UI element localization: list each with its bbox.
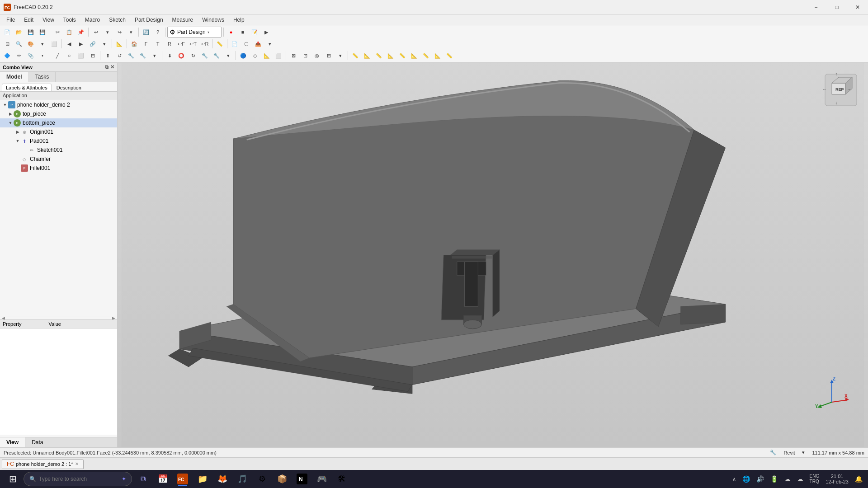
stop-btn[interactable]: ■ xyxy=(237,27,248,38)
home-view[interactable]: 🏠 xyxy=(129,38,140,49)
pd-pad[interactable]: ⬆ xyxy=(102,50,113,61)
pd-thick[interactable]: ⬜ xyxy=(273,50,284,61)
menu-measure[interactable]: Measure xyxy=(168,16,198,24)
origin001-expand[interactable]: ▶ xyxy=(14,129,21,135)
float-button[interactable]: ⧉ xyxy=(105,64,108,70)
record-btn[interactable]: ● xyxy=(226,27,236,38)
pd-meas3[interactable]: 📏 xyxy=(373,50,384,61)
menu-file[interactable]: File xyxy=(2,16,19,24)
tab-view[interactable]: View xyxy=(0,437,25,447)
right-view[interactable]: R xyxy=(164,38,175,49)
tray-volume[interactable]: 🔊 xyxy=(755,474,766,483)
nav-cube[interactable]: REP ↓ ↑ ← → xyxy=(823,72,859,108)
menu-view[interactable]: View xyxy=(38,16,59,24)
taskbar-notion[interactable]: N xyxy=(293,471,311,487)
pd-mirrored[interactable]: ⊠ xyxy=(288,50,299,61)
pd-sub-loft[interactable]: 🔧 xyxy=(211,50,222,61)
taskbar-package[interactable]: 📦 xyxy=(273,471,291,487)
minimize-button[interactable]: − xyxy=(806,0,826,14)
taskbar-settings[interactable]: ⚙ xyxy=(253,471,271,487)
pd-meas8[interactable]: 📐 xyxy=(432,50,443,61)
pd-sketch[interactable]: ✏ xyxy=(14,50,24,61)
cut-button[interactable]: ✂ xyxy=(52,27,63,38)
top-view[interactable]: T xyxy=(152,38,163,49)
tab-tasks[interactable]: Tasks xyxy=(29,72,56,82)
copy-button[interactable]: 📋 xyxy=(64,27,75,38)
close-button[interactable]: ✕ xyxy=(847,0,868,14)
std-views[interactable]: 📐 xyxy=(114,38,125,49)
file-tab-close[interactable]: ✕ xyxy=(75,461,79,466)
open-button[interactable]: 📂 xyxy=(14,27,24,38)
tab-data[interactable]: Data xyxy=(25,437,50,447)
sub-tab-description[interactable]: Description xyxy=(52,84,85,91)
pd-circle[interactable]: ○ xyxy=(64,50,75,61)
bottom-piece-expand[interactable]: ▼ xyxy=(7,120,14,126)
redo-arrow[interactable]: ▾ xyxy=(126,27,137,38)
save-button[interactable]: 💾 xyxy=(25,27,36,38)
taskbar-firefox[interactable]: 🦊 xyxy=(213,471,231,487)
pd-hole[interactable]: ⭕ xyxy=(176,50,187,61)
undo-button[interactable]: ↩ xyxy=(90,27,101,38)
pd-add-drop[interactable]: ▾ xyxy=(149,50,160,61)
search-bar[interactable]: 🔍 ✦ xyxy=(24,472,132,486)
pd-chamfer[interactable]: ◇ xyxy=(250,50,260,61)
pd-point[interactable]: • xyxy=(37,50,48,61)
root-expand-icon[interactable]: ▼ xyxy=(2,102,8,108)
taskview-button[interactable]: ⧉ xyxy=(134,471,152,487)
taskbar-tool[interactable]: 🛠 xyxy=(333,471,351,487)
tree-fillet001[interactable]: F Fillet001 xyxy=(0,164,117,173)
pd-multi[interactable]: ⊞ xyxy=(323,50,334,61)
pd-polar[interactable]: ◎ xyxy=(311,50,322,61)
pd-mplane[interactable]: ⊟ xyxy=(87,50,98,61)
pd-fillet[interactable]: 🔵 xyxy=(238,50,249,61)
menu-help[interactable]: Help xyxy=(229,16,249,24)
restore-button[interactable]: □ xyxy=(826,0,847,14)
pd-meas2[interactable]: 📐 xyxy=(362,50,373,61)
menu-edit[interactable]: Edit xyxy=(19,16,38,24)
workbench-dropdown[interactable]: ⚙ Part Design ▾ xyxy=(167,27,222,38)
pd-meas5[interactable]: 📏 xyxy=(397,50,408,61)
start-button[interactable]: ⊞ xyxy=(4,471,22,487)
pd-rev[interactable]: ↺ xyxy=(114,50,125,61)
menu-part-design[interactable]: Part Design xyxy=(130,16,168,24)
left-view[interactable]: ↩R xyxy=(199,38,210,49)
rear-view[interactable]: ↩F xyxy=(176,38,187,49)
tray-up-arrow[interactable]: ∧ xyxy=(731,475,738,483)
fit-sel[interactable]: 🔍 xyxy=(14,38,24,49)
pd-add-loft[interactable]: 🔧 xyxy=(137,50,148,61)
nav-fwd[interactable]: ▶ xyxy=(75,38,86,49)
refresh-button[interactable]: 🔄 xyxy=(141,27,151,38)
pd-sub-drop[interactable]: ▾ xyxy=(223,50,234,61)
system-clock[interactable]: 21:01 12-Feb-23 xyxy=(824,474,850,484)
extrude-btn[interactable]: ⬡ xyxy=(241,38,252,49)
pd-line[interactable]: ╱ xyxy=(52,50,63,61)
pd-meas1[interactable]: 📏 xyxy=(350,50,361,61)
tree-pad001[interactable]: ▼ ⬆ Pad001 xyxy=(0,136,117,145)
tray-battery[interactable]: 🔋 xyxy=(769,474,780,483)
undo-arrow[interactable]: ▾ xyxy=(102,27,113,38)
pd-patt-drop[interactable]: ▾ xyxy=(335,50,346,61)
pd-meas4[interactable]: 📐 xyxy=(385,50,396,61)
sub-tab-labels[interactable]: Labels & Attributes xyxy=(2,84,52,91)
draw-style-drop[interactable]: ▾ xyxy=(37,38,48,49)
combo-close-button[interactable]: ✕ xyxy=(110,64,114,70)
pd-meas7[interactable]: 📏 xyxy=(420,50,431,61)
help-button[interactable]: ? xyxy=(152,27,163,38)
taskbar-freecad[interactable]: FC xyxy=(174,471,192,487)
tray-network[interactable]: 🌐 xyxy=(741,474,752,483)
fit-all[interactable]: ⊡ xyxy=(2,38,13,49)
pd-add-pipe[interactable]: 🔧 xyxy=(126,50,137,61)
tree-origin001[interactable]: ▶ ⊕ Origin001 xyxy=(0,127,117,136)
measure-btn[interactable]: 📏 xyxy=(214,38,225,49)
new-doc[interactable]: 📄 xyxy=(229,38,240,49)
tab-model[interactable]: Model xyxy=(0,72,29,82)
pd-sub-rev[interactable]: ↻ xyxy=(188,50,198,61)
pd-sub-pipe[interactable]: 🔧 xyxy=(199,50,210,61)
tray-cloud[interactable]: ☁ xyxy=(783,474,793,483)
pd-plane[interactable]: ⬜ xyxy=(75,50,86,61)
menu-tools[interactable]: Tools xyxy=(59,16,80,24)
macro-editor[interactable]: 📝 xyxy=(249,27,260,38)
run-macro[interactable]: ▶ xyxy=(261,27,272,38)
tree-bottom-piece[interactable]: ▼ B bottom_piece xyxy=(0,118,117,127)
draw-style[interactable]: 🎨 xyxy=(25,38,36,49)
